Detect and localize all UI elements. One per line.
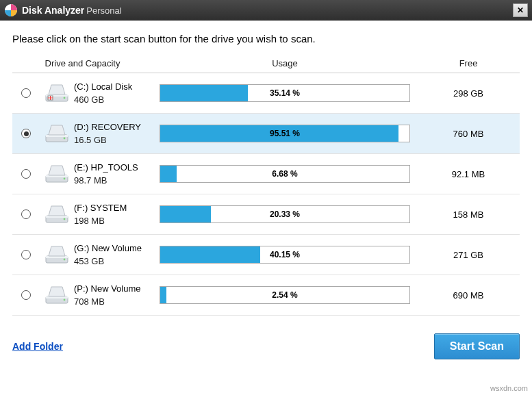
usage-bar: 95.51 % [160,125,410,142]
drive-name: (G:) New Volume [74,243,153,253]
svg-point-16 [64,259,66,261]
usage-label: 40.15 % [160,246,409,263]
drive-radio[interactable] [21,169,31,179]
usage-label: 6.68 % [160,166,409,182]
free-space: 158 MB [417,209,520,220]
drive-capacity: 708 MB [74,296,153,307]
drive-radio[interactable] [21,129,31,138]
drive-radio[interactable] [21,88,31,98]
svg-point-3 [64,97,66,99]
free-space: 92.1 MB [417,169,520,179]
footer: Add Folder Start Scan [0,322,532,370]
svg-point-19 [64,299,66,301]
drive-row[interactable]: (P:) New Volume 708 MB 2.54 % 690 MB [12,275,520,316]
app-subtitle: Personal [86,5,121,16]
column-header-usage: Usage [153,58,417,68]
free-space: 271 GB [417,250,520,260]
drive-icon-cell [40,82,74,104]
usage-label: 95.51 % [160,125,409,142]
svg-point-10 [64,178,66,180]
usage-cell: 6.68 % [153,165,417,183]
free-space: 690 MB [417,290,520,301]
hard-drive-icon [45,244,69,266]
drive-icon-cell [40,163,74,185]
hard-drive-icon [45,82,69,104]
svg-point-13 [64,218,66,220]
free-space: 298 GB [417,88,520,99]
start-scan-button[interactable]: Start Scan [434,333,520,359]
drive-info: (D:) RECOVERY 16.5 GB [74,122,153,145]
drive-row[interactable]: (E:) HP_TOOLS 98.7 MB 6.68 % 92.1 MB [12,154,520,194]
usage-label: 35.14 % [160,85,409,101]
drive-radio[interactable] [21,250,31,259]
hard-drive-icon [45,123,69,144]
drive-name: (P:) New Volume [74,283,153,294]
drive-capacity: 198 MB [74,216,153,226]
drive-name: (F:) SYSTEM [74,203,153,213]
drive-row[interactable]: (C:) Local Disk 460 GB 35.14 % 298 GB [12,73,520,114]
titlebar: Disk Analyzer Personal ✕ [0,0,532,21]
drive-capacity: 460 GB [74,94,153,105]
drive-icon-cell [40,244,74,266]
column-header-free: Free [417,58,520,68]
usage-cell: 35.14 % [153,84,417,102]
usage-cell: 95.51 % [153,125,417,142]
radio-cell [12,250,40,259]
free-space: 760 MB [417,129,520,139]
usage-bar: 35.14 % [160,84,410,102]
drive-icon-cell [40,203,74,225]
drive-capacity: 98.7 MB [74,175,153,186]
usage-cell: 2.54 % [153,286,417,304]
app-title: Disk Analyzer [22,5,84,16]
radio-cell [12,209,40,219]
drive-capacity: 16.5 GB [74,135,153,145]
usage-cell: 40.15 % [153,246,417,264]
svg-point-7 [64,138,66,140]
drive-info: (P:) New Volume 708 MB [74,283,153,307]
usage-label: 2.54 % [160,287,409,303]
close-button[interactable]: ✕ [513,3,528,17]
drive-info: (E:) HP_TOOLS 98.7 MB [74,162,153,186]
drive-row[interactable]: (F:) SYSTEM 198 MB 20.33 % 158 MB [12,194,520,235]
drive-capacity: 453 GB [74,256,153,266]
drive-name: (D:) RECOVERY [74,122,153,132]
radio-cell [12,129,40,138]
hard-drive-icon [45,284,69,306]
drive-name: (C:) Local Disk [74,81,153,92]
drive-info: (F:) SYSTEM 198 MB [74,203,153,226]
radio-cell [12,88,40,98]
usage-bar: 2.54 % [160,286,410,304]
app-icon [4,3,18,17]
usage-cell: 20.33 % [153,205,417,223]
usage-bar: 40.15 % [160,246,410,264]
drive-name: (E:) HP_TOOLS [74,162,153,173]
drive-radio[interactable] [21,290,31,300]
radio-cell [12,290,40,300]
table-header: Drive and Capacity Usage Free [12,54,520,73]
column-header-drive: Drive and Capacity [12,58,153,68]
drive-row[interactable]: (G:) New Volume 453 GB 40.15 % 271 GB [12,235,520,275]
drive-icon-cell [40,284,74,306]
close-icon: ✕ [517,5,524,15]
hard-drive-icon [45,163,69,185]
drive-row[interactable]: (D:) RECOVERY 16.5 GB 95.51 % 760 MB [12,114,520,154]
usage-bar: 20.33 % [160,205,410,223]
radio-cell [12,169,40,179]
usage-label: 20.33 % [160,206,409,222]
add-folder-link[interactable]: Add Folder [12,341,63,352]
drive-info: (G:) New Volume 453 GB [74,243,153,266]
drive-list: (C:) Local Disk 460 GB 35.14 % 298 GB (D… [12,73,520,316]
hard-drive-icon [45,203,69,225]
usage-bar: 6.68 % [160,165,410,183]
drive-icon-cell [40,123,74,144]
drive-info: (C:) Local Disk 460 GB [74,81,153,105]
instruction-text: Please click on the start scan button fo… [12,33,520,44]
drive-radio[interactable] [21,209,31,219]
